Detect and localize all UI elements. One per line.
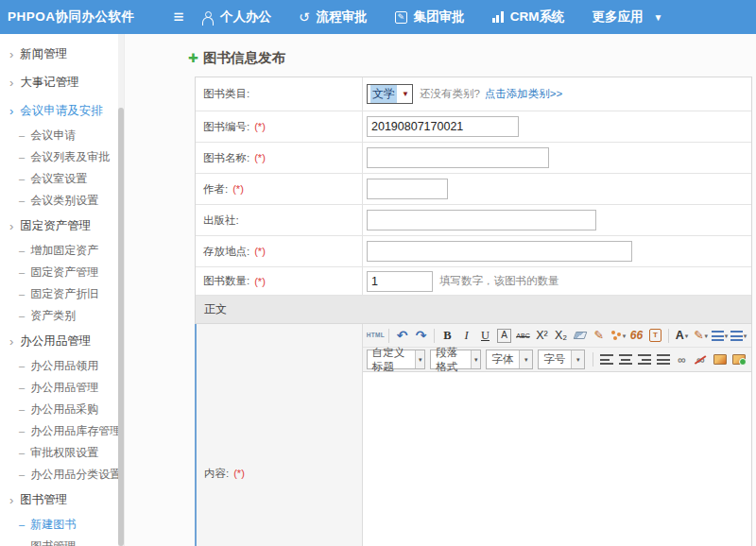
sidebar-item-asset-manage[interactable]: –固定资产管理 [0,262,124,283]
sidebar-item-supplies-classify[interactable]: –办公用品分类设置 [0,464,124,486]
align-right-icon[interactable] [635,350,653,369]
sidebar-item-asset-add[interactable]: –增加固定资产 [0,240,124,262]
custom-heading-select[interactable]: 自定义标题▾ [367,350,426,369]
chevron-right-icon: › [9,48,13,60]
sidebar-item-events-mgmt[interactable]: ›大事记管理 [0,68,124,96]
sidebar-label: 新闻管理 [20,46,67,62]
superscript-button[interactable]: X² [533,326,551,345]
auto-typeset-icon[interactable]: ▾ [609,326,627,345]
person-icon [201,11,214,24]
sidebar-item-news-mgmt[interactable]: ›新闻管理 [0,40,124,68]
dash-icon: – [19,130,25,141]
unordered-list-icon[interactable]: ▾ [730,326,747,345]
subscript-button[interactable]: X₂ [552,326,570,345]
sidebar-item-supplies-manage[interactable]: –办公用品管理 [0,377,124,399]
redo-icon[interactable]: ↷ [412,326,430,345]
sidebar-item-meeting-room[interactable]: –会议室设置 [0,168,124,190]
field-label: 图书类目: [203,87,249,101]
field-label: 内容: [204,468,229,479]
underline-button[interactable]: U [476,326,494,345]
sidebar-item-meeting-request[interactable]: ›会议申请及安排 [0,96,124,125]
field-label: 存放地点: [203,245,249,259]
app-window: PHPOA协同办公软件 ≡ 个人办公 ↺ 流程审批 ✎ 集团审批 CRM系统 更… [0,0,756,546]
sidebar-item-book-new[interactable]: –新建图书 [0,514,124,536]
sidebar-label: 固定资产管理 [30,264,98,281]
sidebar-label: 办公用品领用 [30,358,98,374]
publisher-input[interactable] [367,210,596,230]
highlight-pen-icon[interactable]: ✎▾ [692,326,710,345]
format-painter-icon[interactable]: ✎ [590,326,608,345]
sidebar-item-asset-depreciation[interactable]: –固定资产折旧 [0,283,124,305]
dash-icon: – [19,383,25,393]
location-input[interactable] [367,241,632,262]
paragraph-format-select[interactable]: 段落格式▾ [430,350,481,369]
author-input[interactable] [367,179,448,199]
sidebar-label: 图书管理 [20,492,67,508]
nav-workflow-approval[interactable]: ↺ 流程审批 [299,9,368,26]
align-center-icon[interactable] [616,350,634,369]
sidebar-item-supplies-mgmt[interactable]: ›办公用品管理 [0,327,124,355]
chevron-right-icon: › [9,77,13,89]
field-label: 图书数量: [203,274,249,288]
sidebar-label: 办公用品库存管理 [30,423,121,439]
select-caret-icon: ▾ [571,350,584,368]
sidebar-item-meeting-apply[interactable]: –会议申请 [0,125,124,146]
insert-link-icon[interactable]: ∞ [673,350,691,369]
font-family-select[interactable]: 字体▾ [486,350,533,369]
history-clock-icon: ↺ [299,10,310,24]
add-category-link[interactable]: 点击添加类别>> [485,87,562,101]
sidebar-label: 办公用品采购 [30,401,98,418]
editor-canvas[interactable] [363,372,751,546]
dash-icon: – [19,448,25,458]
nav-label: 个人办公 [220,9,271,26]
strikethrough-button[interactable]: ABC [514,326,532,345]
ordered-list-icon[interactable]: ▾ [711,326,729,345]
nav-crm-system[interactable]: CRM系统 [492,9,565,26]
category-select[interactable]: 文学 ▼ [367,84,413,104]
sidebar-label: 图书管理 [30,538,76,546]
hamburger-menu-icon[interactable]: ≡ [165,7,192,27]
bold-button[interactable]: B [438,326,456,345]
form-row-location: 存放地点:(*) [196,236,751,267]
category-selected-value: 文学 [370,85,397,103]
align-justify-icon[interactable] [654,350,672,369]
sidebar-item-asset-category[interactable]: –资产类别 [0,305,124,327]
html-source-button[interactable]: HTML [367,326,385,345]
quantity-input[interactable] [367,271,433,292]
eraser-icon[interactable] [571,326,589,345]
sidebar-item-supplies-claim[interactable]: –办公用品领用 [0,355,124,377]
sidebar-item-book-mgmt[interactable]: ›图书管理 [0,486,124,514]
font-color-button[interactable]: A▾ [673,326,691,345]
font-size-select[interactable]: 字号▾ [538,350,585,369]
font-style-box-icon[interactable]: A [497,329,511,343]
sidebar-label: 会议申请 [30,128,76,144]
compose-icon: ✎ [395,11,407,24]
sidebar-item-approval-permission[interactable]: –审批权限设置 [0,442,124,464]
undo-icon[interactable]: ↶ [393,326,411,345]
sidebar-item-supplies-inventory[interactable]: –办公用品库存管理 [0,420,124,442]
sidebar-item-meeting-list[interactable]: –会议列表及审批 [0,146,124,168]
sidebar-label: 固定资产管理 [20,218,91,234]
sidebar: ›新闻管理 ›大事记管理 ›会议申请及安排 –会议申请 –会议列表及审批 –会议… [0,34,124,546]
book-number-input[interactable] [367,116,519,137]
chevron-down-icon[interactable]: ▼ [653,12,662,23]
align-left-icon[interactable] [597,350,615,369]
sidebar-label: 办公用品分类设置 [30,467,121,483]
nav-more-apps[interactable]: 更多应用 [592,9,643,26]
sidebar-item-asset-mgmt[interactable]: ›固定资产管理 [0,212,124,240]
nav-group-approval[interactable]: ✎ 集团审批 [395,9,465,26]
chevron-right-icon: › [9,105,13,117]
insert-image-icon[interactable] [711,350,729,369]
sidebar-item-meeting-category[interactable]: –会议类别设置 [0,190,124,212]
form-row-book-name: 图书名称:(*) [196,143,751,174]
blockquote-button[interactable]: 66 [627,326,645,345]
sidebar-item-supplies-purchase[interactable]: –办公用品采购 [0,399,124,420]
remove-link-icon[interactable]: ∞ [692,350,710,369]
nav-personal-office[interactable]: 个人办公 [201,9,271,26]
sidebar-item-book-manage[interactable]: –图书管理 [0,536,124,546]
insert-image-upload-icon[interactable] [730,350,747,369]
paste-text-icon[interactable]: T [646,326,664,345]
book-form: 图书类目: 文学 ▼ 还没有类别? 点击添加类别>> 图书编号:(*) 图书名称… [195,77,752,546]
book-name-input[interactable] [367,147,549,168]
italic-button[interactable]: I [457,326,475,345]
